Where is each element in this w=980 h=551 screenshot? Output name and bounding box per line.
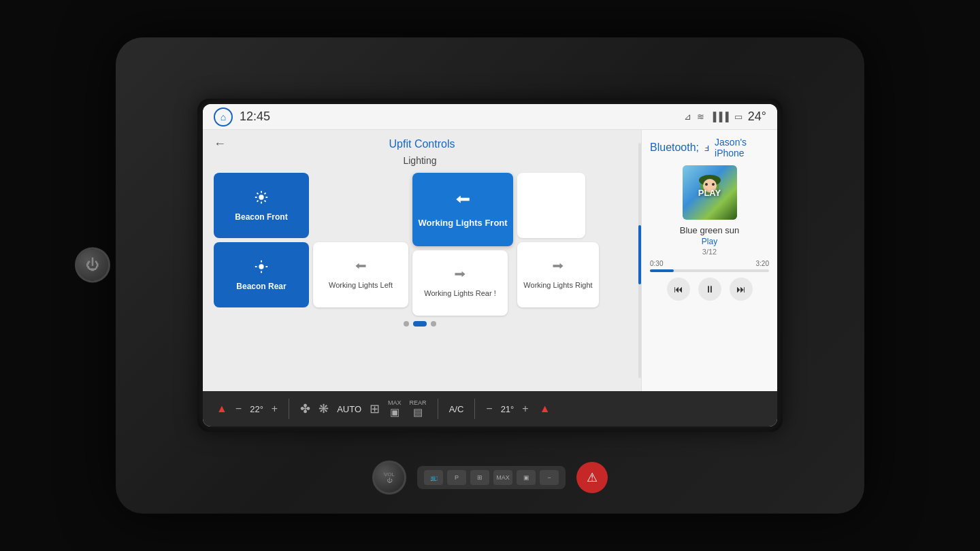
pause-button[interactable]: ⏸	[698, 278, 721, 301]
vol-label: VOL⏻	[384, 471, 395, 484]
working-lights-front-label: Working Lights Front	[418, 218, 507, 229]
screen-bezel: ⌂ 12:45 ⊿ ≋ ▐▐▐ ▭ 24° ← Upfit Control	[197, 99, 783, 432]
lighting-controls: Beacon Front	[214, 173, 626, 316]
rear-text: REAR	[410, 399, 427, 406]
hw-btn-2[interactable]: P	[447, 470, 466, 485]
defrost-front-icon[interactable]: ⊞	[370, 401, 380, 416]
working-lights-rear-label: Working Lights Rear !	[424, 288, 496, 298]
working-lights-right-button[interactable]: Working Lights Right	[517, 242, 599, 307]
working-lights-rear-button[interactable]: Working Lights Rear !	[412, 250, 508, 316]
upfit-controls-panel: ← Upfit Controls Lighting	[203, 130, 637, 391]
beacon-rear-icon	[254, 259, 269, 278]
svg-point-19	[712, 183, 715, 186]
defrost-max-icon[interactable]: ▣	[390, 406, 399, 418]
working-lights-left-label: Working Lights Left	[329, 280, 393, 290]
next-button[interactable]: ⏭	[730, 278, 753, 301]
right-temp-value: 21°	[501, 404, 514, 414]
status-left: ⌂ 12:45	[214, 107, 270, 127]
signal-bars-icon: ▐▐▐	[710, 112, 729, 122]
progress-area: 0:30 3:20	[650, 260, 769, 272]
right-lights-column: Working Lights Right	[517, 173, 599, 316]
panel-nav: ← Upfit Controls	[214, 137, 626, 151]
album-art: PLAY	[683, 165, 737, 220]
status-bar: ⌂ 12:45 ⊿ ≋ ▐▐▐ ▭ 24°	[203, 104, 777, 130]
beacon-rear-button[interactable]: Beacon Rear	[214, 242, 309, 307]
song-status: Play	[650, 237, 769, 246]
hw-btn-4[interactable]: MAX	[493, 470, 512, 485]
home-button[interactable]: ⌂	[214, 107, 233, 127]
svg-point-0	[259, 195, 263, 199]
beacon-front-button[interactable]: Beacon Front	[214, 173, 309, 238]
temp-increase-right[interactable]: +	[522, 403, 528, 415]
empty-spacer	[313, 173, 408, 238]
scrollbar-thumb[interactable]	[638, 225, 641, 284]
current-time: 0:30	[650, 260, 663, 267]
clock: 12:45	[240, 110, 270, 124]
left-temp-control: ▲	[216, 403, 227, 415]
progress-fill	[650, 269, 674, 272]
empty-box-right	[517, 173, 585, 238]
heat-left-icon: ▲	[216, 403, 227, 415]
bluetooth-header: Bluetooth; ⅎ Jason's iPhone	[650, 137, 769, 158]
fan-icon[interactable]: ❋	[318, 401, 329, 416]
volume-knob[interactable]: VOL⏻	[372, 461, 406, 495]
pagination	[214, 316, 626, 332]
previous-button[interactable]: ⏮	[667, 278, 690, 301]
working-lights-front-icon	[454, 190, 472, 212]
beacon-column: Beacon Front	[214, 173, 309, 316]
svg-point-9	[259, 264, 263, 269]
wifi-icon: ≋	[697, 112, 704, 122]
working-lights-rear-icon	[453, 267, 467, 284]
album-art-text: PLAY	[698, 188, 721, 198]
svg-line-7	[265, 193, 266, 194]
working-lights-left-icon	[354, 259, 368, 276]
max-text: MAX	[388, 399, 402, 406]
ac-label[interactable]: A/C	[449, 404, 464, 414]
main-screen: ⌂ 12:45 ⊿ ≋ ▐▐▐ ▭ 24° ← Upfit Control	[203, 104, 777, 427]
temp-increase-left[interactable]: +	[272, 403, 278, 415]
svg-line-6	[265, 200, 266, 201]
bluetooth-device: Jason's iPhone	[715, 137, 769, 158]
left-temp-value: 22°	[250, 404, 263, 414]
panel-title: Upfit Controls	[231, 138, 612, 150]
right-seat-heat: ▲	[540, 403, 551, 415]
car-dashboard: ⏻ ⌂ 12:45 ⊿ ≋ ▐▐▐ ▭ 24°	[116, 37, 864, 514]
section-label: Lighting	[214, 155, 626, 166]
heat-right-icon: ▲	[540, 403, 551, 415]
hw-btn-3[interactable]: ⊞	[470, 470, 489, 485]
divider-2	[438, 399, 438, 419]
song-track: 3/12	[650, 248, 769, 256]
temp-decrease-right[interactable]: −	[486, 403, 492, 415]
music-panel: Bluetooth; ⅎ Jason's iPhone	[641, 130, 777, 391]
working-lights-left-button[interactable]: Working Lights Left	[313, 242, 408, 307]
progress-times: 0:30 3:20	[650, 260, 769, 267]
temp-decrease-left[interactable]: −	[235, 403, 242, 415]
beacon-front-icon	[254, 190, 269, 208]
svg-point-18	[705, 183, 708, 186]
max-label-container: MAX ▣	[388, 399, 402, 418]
physical-controls: VOL⏻ 📺 P ⊞ MAX ▣ − ⚠	[372, 461, 608, 495]
page-dot-3[interactable]	[431, 321, 436, 327]
progress-bar[interactable]	[650, 269, 769, 272]
hw-btn-1[interactable]: 📺	[424, 470, 443, 485]
svg-line-8	[257, 200, 259, 201]
page-dot-1[interactable]	[404, 321, 409, 327]
hw-btn-5[interactable]: ▣	[517, 470, 536, 485]
working-lights-front-button[interactable]: Working Lights Front	[412, 173, 513, 246]
back-button[interactable]: ←	[214, 137, 226, 151]
working-lights-right-label: Working Lights Right	[523, 280, 592, 290]
svg-line-5	[257, 193, 259, 194]
hazard-button[interactable]: ⚠	[576, 462, 608, 493]
page-dot-2[interactable]	[413, 321, 427, 327]
scrollbar-container	[637, 130, 641, 391]
status-right: ⊿ ≋ ▐▐▐ ▭ 24°	[684, 110, 766, 124]
climate-bar: ▲ − 22° + ✤ ❋ AUTO ⊞ MAX ▣ REAR ▤	[203, 391, 777, 427]
defrost-rear-icon[interactable]: ▤	[413, 406, 423, 418]
steering-heat-icon[interactable]: ✤	[300, 401, 310, 416]
power-button[interactable]: ⏻	[75, 247, 110, 282]
song-title: Blue green sun	[650, 225, 769, 235]
bluetooth-icon: Bluetooth;	[650, 141, 699, 154]
scrollbar-track	[638, 143, 641, 378]
hw-btn-6[interactable]: −	[540, 470, 559, 485]
auto-label: AUTO	[337, 404, 361, 414]
